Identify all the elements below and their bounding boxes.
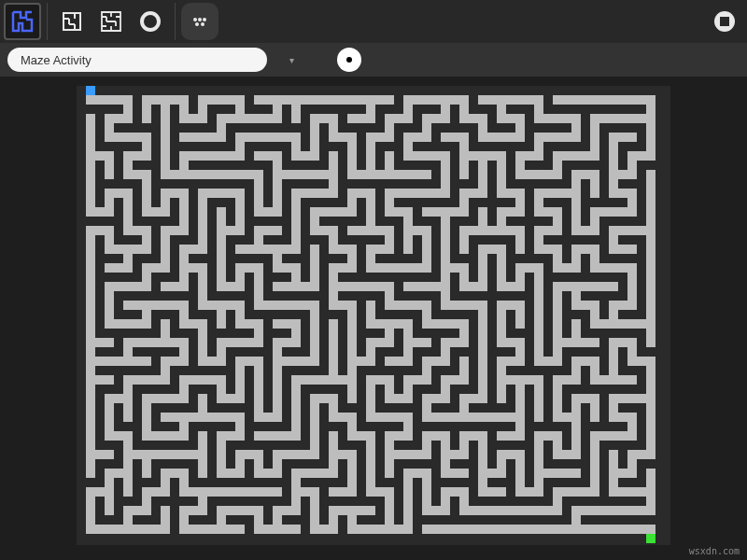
dice-button[interactable] [181, 3, 218, 40]
maze-easier-icon [61, 10, 83, 33]
maze-activity-icon [10, 9, 35, 34]
separator [175, 3, 176, 40]
maze-easier-button[interactable] [53, 3, 91, 40]
maze-canvas[interactable] [77, 86, 665, 543]
restart-button[interactable] [132, 3, 169, 40]
svg-point-1 [193, 18, 197, 21]
svg-point-4 [195, 22, 199, 26]
maze-canvas-container[interactable] [77, 86, 670, 545]
maze-harder-icon [100, 10, 122, 33]
activity-title-input[interactable]: Maze Activity [7, 48, 267, 72]
maze-harder-button[interactable] [92, 3, 130, 40]
stop-icon [712, 9, 737, 34]
svg-point-2 [198, 18, 202, 21]
svg-point-3 [203, 18, 206, 21]
watermark-text: wsxdn.com [689, 546, 740, 556]
separator [47, 3, 48, 40]
sub-toolbar: Maze Activity ▾ [0, 43, 747, 77]
activity-title-text: Maze Activity [21, 53, 92, 67]
svg-point-0 [142, 13, 159, 30]
dropdown-caret-icon[interactable]: ▾ [289, 55, 294, 65]
player-ball-icon [337, 48, 361, 72]
svg-point-5 [201, 22, 204, 26]
main-toolbar [0, 0, 747, 43]
activity-button[interactable] [4, 3, 41, 40]
dice-icon [189, 10, 211, 33]
svg-rect-7 [720, 17, 729, 26]
circle-ring-icon [139, 10, 162, 33]
stop-button[interactable] [706, 3, 743, 40]
